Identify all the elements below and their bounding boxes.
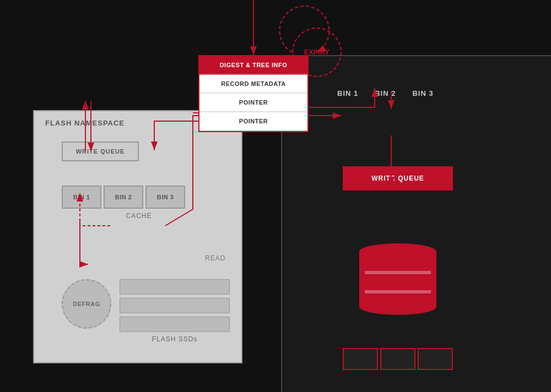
ssd-rect-2 (120, 298, 230, 313)
record-card-row-pointer-2: POINTER (199, 112, 307, 131)
read-label: READ (205, 254, 225, 262)
right-bin-3: BIN 3 (412, 89, 433, 97)
cache-area: BIN 1 BIN 2 BIN 3 CACHE (62, 186, 216, 220)
ssd-rect-3 (120, 317, 230, 332)
storage-rect-3 (418, 348, 453, 370)
write-queue-right: WRITE QUEUE (343, 166, 453, 190)
flash-ssds-area: FLASH SSDs (120, 279, 230, 343)
db-stripe-1 (365, 271, 431, 274)
right-bins-row: BIN 1 BIN 2 BIN 3 (337, 89, 434, 97)
storage-rect-1 (343, 348, 378, 370)
defrag-circle: DEFRAG (62, 279, 111, 329)
right-bin-2: BIN 2 (375, 89, 396, 97)
record-card-row-digest: DIGEST & TREE INFO (199, 56, 307, 75)
record-card: DIGEST & TREE INFO RECORD METADATA POINT… (198, 55, 309, 132)
right-panel: BIN 1 BIN 2 BIN 3 WRITE QUEUE (281, 55, 551, 392)
right-bin-1: BIN 1 (337, 89, 358, 97)
database-cylinder (359, 243, 436, 315)
bin-3-left: BIN 3 (145, 186, 185, 209)
db-body (359, 252, 436, 307)
storage-rectangles (343, 342, 453, 375)
storage-rect-2 (380, 348, 415, 370)
db-stripe-2 (365, 290, 431, 293)
write-queue-left: WRITE QUEUE (62, 141, 139, 161)
ssd-rect-1 (120, 279, 230, 295)
flash-namespace-label: FLASH NAMESPACE (45, 119, 125, 127)
record-card-row-pointer-1: POINTER (199, 94, 307, 112)
record-card-row-metadata: RECORD METADATA (199, 75, 307, 94)
flash-ssds-label: FLASH SSDs (120, 335, 230, 343)
bins-row: BIN 1 BIN 2 BIN 3 (62, 186, 216, 209)
flash-namespace-panel: FLASH NAMESPACE WRITE QUEUE BIN 1 BIN 2 … (33, 110, 242, 363)
cache-label: CACHE (62, 212, 216, 220)
bin-1-left: BIN 1 (62, 186, 101, 209)
bin-2-left: BIN 2 (104, 186, 143, 209)
